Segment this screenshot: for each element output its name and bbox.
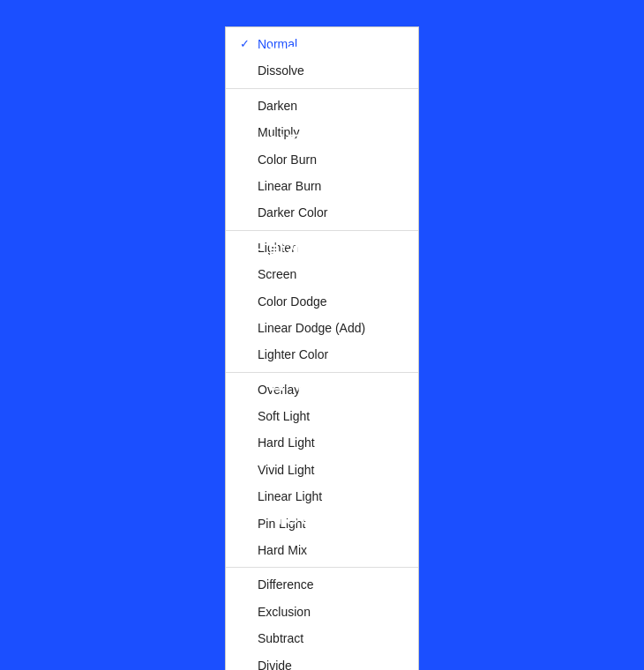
overlay-arrow-line — [234, 381, 260, 383]
normal-label-block: 불투명 합성 — [234, 42, 361, 65]
normal-arrow-line — [234, 53, 260, 55]
overlay-label: 겹쳐보이게 합성 — [267, 370, 396, 393]
normal-label: 불투명 합성 — [267, 42, 361, 65]
category-labels: 불투명 합성 어둡게 합성 밝게 합성 겹쳐보이게 합성 다양한 방법의 합성(… — [234, 0, 644, 670]
difference-label: 다양한 방법의 합성(대치, 소거, 색상 등) — [267, 506, 411, 550]
lighten-arrow-line — [234, 249, 260, 250]
overlay-label-block: 겹쳐보이게 합성 — [234, 370, 396, 393]
difference-arrow-line — [234, 517, 260, 518]
difference-label-block: 다양한 방법의 합성(대치, 소거, 색상 등) — [234, 506, 411, 550]
darken-arrow-line — [234, 141, 260, 143]
lighten-label-block: 밝게 합성 — [234, 238, 343, 261]
darken-label: 어둡게 합성 — [267, 130, 361, 153]
lighten-label: 밝게 합성 — [267, 238, 343, 261]
darken-label-block: 어둡게 합성 — [234, 130, 361, 153]
